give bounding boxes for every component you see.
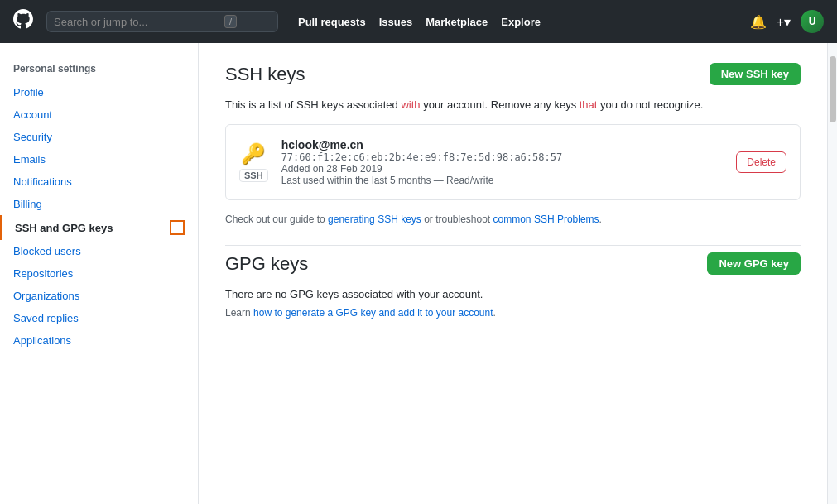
avatar[interactable]: U (801, 10, 824, 33)
gpg-learn-text: Learn how to generate a GPG key and add … (225, 307, 801, 319)
nav-explore[interactable]: Explore (501, 16, 541, 28)
key-icon: 🔑 (241, 142, 266, 166)
key-info: hclook@me.cn 77:60:f1:2e:c6:eb:2b:4e:e9:… (281, 138, 724, 186)
ssh-info-text: This is a list of SSH keys associated wi… (225, 98, 801, 111)
scrollbar-area[interactable] (827, 43, 837, 504)
search-input[interactable] (54, 16, 219, 28)
key-last-used: Last used within the last 5 months — Rea… (281, 175, 724, 186)
ssh-key-card: 🔑 SSH hclook@me.cn 77:60:f1:2e:c6:eb:2b:… (225, 124, 801, 200)
page-layout: Personal settings Profile Account Securi… (0, 43, 837, 504)
search-box[interactable]: / (46, 11, 278, 32)
sidebar-item-blocked-users[interactable]: Blocked users (0, 240, 198, 262)
ssh-section-title: SSH keys (225, 64, 305, 85)
guide-prefix: Check out our guide to (225, 214, 328, 225)
main-content: SSH keys New SSH key This is a list of S… (199, 43, 827, 504)
scrollbar-thumb[interactable] (830, 56, 836, 122)
sidebar-item-profile[interactable]: Profile (0, 81, 198, 103)
guide-end: . (599, 214, 602, 225)
nav-issues[interactable]: Issues (379, 16, 412, 28)
sidebar-heading: Personal settings (0, 56, 198, 81)
active-indicator-box (170, 220, 185, 235)
new-gpg-key-button[interactable]: New GPG key (707, 252, 801, 275)
guide-link-generating[interactable]: generating SSH keys (328, 214, 421, 225)
topnav: / Pull requests Issues Marketplace Explo… (0, 0, 837, 43)
sidebar-item-repositories[interactable]: Repositories (0, 262, 198, 285)
slash-badge: / (224, 15, 237, 28)
ssh-section-header: SSH keys New SSH key (225, 63, 801, 85)
gpg-learn-prefix: Learn (225, 307, 253, 319)
sidebar-item-saved-replies[interactable]: Saved replies (0, 307, 198, 329)
key-fingerprint: 77:60:f1:2e:c6:eb:2b:4e:e9:f8:7e:5d:98:a… (281, 151, 724, 163)
guide-between: or troubleshoot (421, 214, 493, 225)
sidebar-item-emails[interactable]: Emails (0, 148, 198, 170)
nav-marketplace[interactable]: Marketplace (426, 16, 488, 28)
sidebar-item-ssh-gpg[interactable]: SSH and GPG keys (0, 215, 198, 240)
plus-icon[interactable]: +▾ (777, 14, 791, 30)
gpg-learn-end: . (493, 307, 496, 319)
ssh-badge: SSH (239, 169, 268, 182)
key-icon-box: 🔑 SSH (239, 142, 268, 182)
gpg-section-title: GPG keys (225, 253, 308, 275)
notifications-bell-icon[interactable]: 🔔 (750, 14, 767, 30)
topnav-links: Pull requests Issues Marketplace Explore (298, 16, 541, 28)
topnav-right: 🔔 +▾ U (750, 10, 824, 33)
sidebar-item-account[interactable]: Account (0, 103, 198, 126)
no-gpg-text: There are no GPG keys associated with yo… (225, 288, 801, 300)
sidebar-item-notifications[interactable]: Notifications (0, 170, 198, 193)
sidebar-item-billing[interactable]: Billing (0, 193, 198, 215)
sidebar-item-security[interactable]: Security (0, 126, 198, 148)
sidebar-item-applications[interactable]: Applications (0, 329, 198, 352)
delete-ssh-key-button[interactable]: Delete (736, 151, 786, 173)
new-ssh-key-button[interactable]: New SSH key (710, 63, 801, 85)
plus-chevron-icon: ▾ (784, 15, 791, 29)
gpg-section-header: GPG keys New GPG key (225, 245, 801, 275)
info-with: with (401, 98, 420, 111)
key-title: hclook@me.cn (281, 138, 724, 151)
sidebar: Personal settings Profile Account Securi… (0, 43, 199, 504)
nav-pull-requests[interactable]: Pull requests (298, 16, 366, 28)
guide-link-common[interactable]: common SSH Problems (493, 214, 599, 225)
sidebar-item-organizations[interactable]: Organizations (0, 285, 198, 307)
github-logo[interactable] (13, 9, 33, 34)
guide-text: Check out our guide to generating SSH ke… (225, 214, 801, 225)
gpg-learn-link[interactable]: how to generate a GPG key and add it to … (253, 307, 493, 319)
info-that: that (580, 98, 598, 111)
key-added: Added on 28 Feb 2019 (281, 163, 724, 175)
